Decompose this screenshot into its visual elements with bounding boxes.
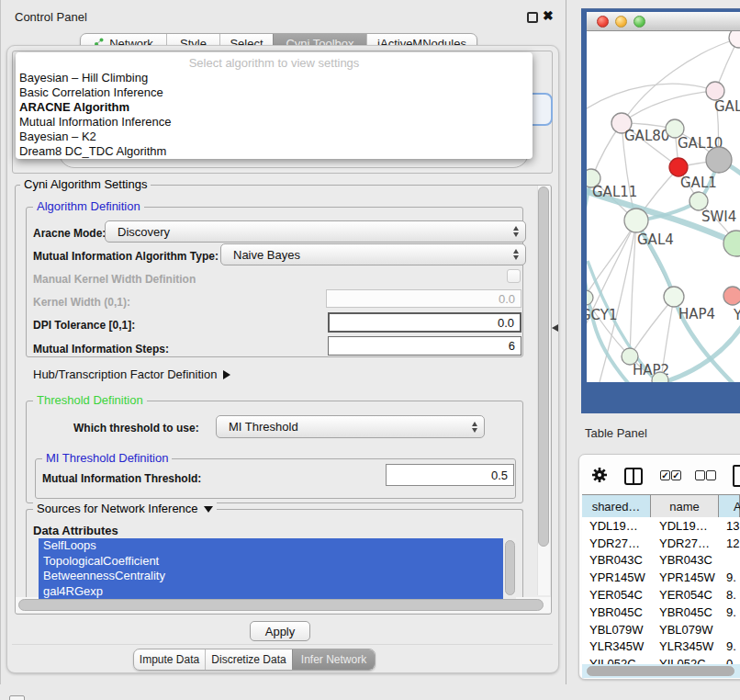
hub-definition-toggle[interactable]: Hub/Transcription Factor Definition [33, 367, 230, 381]
content-divider [12, 644, 553, 645]
stepper-arrows-icon [513, 226, 519, 237]
data-attribute-item[interactable]: BetweennessCentrality [39, 569, 503, 584]
network-node[interactable] [690, 192, 708, 210]
bottom-tabs: Impute Data Discretize Data Infer Networ… [133, 649, 376, 671]
table-row[interactable]: YBL079WYBL079W [582, 621, 740, 638]
cyni-settings-title: Cyni Algorithm Settings [20, 178, 151, 191]
minimize-traffic-light[interactable] [615, 16, 627, 28]
which-threshold-label: Which threshold to use: [73, 422, 199, 435]
close-icon[interactable]: ✖ [543, 8, 554, 23]
settings-vscrollbar-thumb[interactable] [538, 186, 549, 547]
window-left-edge [0, 0, 1, 684]
network-node-label: GAL80 [624, 128, 669, 144]
network-canvas[interactable]: GALGAL80GAL10GAL1GAL11SWI4GAL4GCY1HAP4YH… [587, 31, 740, 382]
mi-type-combo[interactable]: Naive Bayes [220, 243, 526, 265]
stepper-arrows-icon [513, 249, 519, 260]
data-attributes-list[interactable]: SelfLoopsTopologicalCoefficientBetweenne… [39, 538, 503, 599]
table-row[interactable]: YDL19…YDL19…13 [582, 517, 740, 535]
gear-icon[interactable] [591, 467, 608, 483]
network-node-label: GAL [714, 98, 740, 115]
network-node-label: Y [733, 307, 740, 323]
sources-title: Sources for Network Inference [33, 502, 217, 515]
attr-list-scrollbar-thumb[interactable] [505, 540, 515, 595]
table-row[interactable]: YLR345WYLR345W9. [582, 638, 740, 656]
column-header-name[interactable]: name [651, 495, 719, 518]
algorithm-option[interactable]: Mutual Information Inference [16, 115, 533, 130]
network-node[interactable] [587, 290, 593, 305]
bottom-left-icon[interactable] [9, 695, 25, 700]
checked-checkbox-icon-1[interactable]: ✓ [660, 470, 670, 480]
zoom-traffic-light[interactable] [633, 16, 645, 28]
network-edge[interactable] [622, 91, 715, 123]
network-node[interactable] [624, 209, 648, 232]
stepper-arrows-icon [472, 422, 477, 433]
tab-impute-data[interactable]: Impute Data [134, 649, 205, 670]
data-attribute-item[interactable]: TopologicalCoefficient [39, 554, 503, 570]
table-row[interactable]: YIL052CYIL052C0. [582, 655, 740, 664]
window-right-edge [566, 0, 566, 684]
mi-threshold-label: Mutual Information Threshold: [42, 472, 201, 485]
data-attribute-item[interactable]: SelfLoops [39, 538, 503, 554]
settings-hscrollbar-thumb[interactable] [18, 599, 544, 611]
mi-threshold-input[interactable]: 0.5 [386, 464, 514, 486]
close-traffic-light[interactable] [597, 16, 609, 28]
algorithm-option[interactable]: Dream8 DC_TDC Algorithm [16, 144, 533, 159]
algorithm-option[interactable]: ARACNE Algorithm [16, 100, 533, 115]
algorithm-option[interactable]: Bayesian – Hill Climbing [16, 71, 533, 85]
network-node[interactable] [723, 231, 740, 256]
table-row[interactable]: YBR045CYBR045C9. [582, 604, 740, 621]
mi-steps-input[interactable]: 6 [328, 336, 521, 356]
network-node-label: GAL11 [592, 184, 637, 200]
table-row[interactable]: YPR145WYPR145W9. [582, 569, 740, 586]
data-attribute-item[interactable]: gal4RGexp [39, 584, 503, 600]
algorithm-dropdown-popup: Select algorithm to view settings Bayesi… [16, 52, 533, 159]
network-node[interactable] [669, 158, 688, 176]
manual-kernel-label: Manual Kernel Width Definition [33, 273, 196, 286]
table-hscrollbar-thumb[interactable] [587, 666, 734, 676]
network-node[interactable] [706, 147, 732, 173]
network-node-label: GCY1 [587, 307, 618, 323]
network-edge[interactable] [631, 298, 674, 355]
table-header: shared… name A [582, 494, 740, 517]
column-header-shared-name[interactable]: shared… [582, 495, 651, 518]
kernel-width-label: Kernel Width (0,1): [33, 296, 130, 309]
network-node-label: GAL1 [680, 175, 717, 191]
kernel-width-input[interactable]: 0.0 [326, 289, 521, 308]
table-rows: YDL19…YDL19…13YDR27…YDR27…12YBR043CYBR04… [582, 517, 740, 664]
mi-threshold-title: MI Threshold Definition [42, 452, 172, 465]
dpi-tolerance-label: DPI Tolerance [0,1]: [33, 319, 135, 332]
threshold-definition-title: Threshold Definition [33, 394, 147, 407]
network-edge[interactable] [587, 84, 715, 112]
partial-column-icon[interactable] [733, 465, 740, 487]
mi-type-label: Mutual Information Algorithm Type: [33, 250, 219, 263]
apply-button[interactable]: Apply [250, 621, 310, 641]
table-row[interactable]: YBR043CYBR043C [582, 552, 740, 570]
network-node[interactable] [706, 82, 724, 100]
network-view-window: GALGAL80GAL10GAL1GAL11SWI4GAL4GCY1HAP4YH… [581, 8, 740, 413]
aracne-mode-combo[interactable]: Discovery [105, 220, 526, 243]
unchecked-checkbox-icon-1[interactable] [695, 470, 705, 480]
column-header-partial[interactable]: A [719, 495, 740, 518]
tab-discretize-data[interactable]: Discretize Data [205, 649, 292, 670]
which-threshold-combo[interactable]: MI Threshold [216, 415, 485, 438]
checked-checkbox-icon-2[interactable]: ✓ [671, 470, 681, 480]
network-node[interactable] [729, 31, 740, 48]
unchecked-checkbox-icon-2[interactable] [706, 470, 716, 480]
network-node[interactable] [723, 287, 740, 305]
network-node-label: HAP4 [678, 306, 715, 322]
table-row[interactable]: YER054CYER054C8. [582, 586, 740, 604]
float-icon[interactable] [527, 12, 538, 23]
network-node-label: GAL4 [637, 231, 674, 248]
network-edge[interactable] [587, 221, 636, 353]
data-attributes-label: Data Attributes [33, 524, 118, 537]
dpi-tolerance-input[interactable]: 0.0 [328, 312, 521, 333]
manual-kernel-checkbox[interactable] [507, 269, 521, 283]
panel-title: Control Panel [15, 10, 87, 24]
algorithm-option[interactable]: Bayesian – K2 [16, 130, 533, 144]
algorithm-option[interactable]: Basic Correlation Inference [16, 85, 533, 100]
network-node[interactable] [664, 287, 684, 307]
column-layout-icon[interactable] [624, 468, 643, 485]
algorithm-definition-title: Algorithm Definition [33, 200, 144, 213]
table-row[interactable]: YDR27…YDR27…12 [582, 535, 740, 552]
tab-infer-network[interactable]: Infer Network [292, 649, 375, 670]
